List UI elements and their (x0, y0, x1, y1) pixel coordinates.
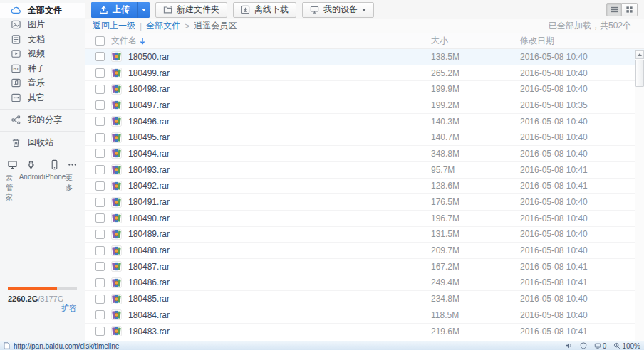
table-row[interactable]: 180483.rar 219.6M 2016-05-08 10:41 (85, 324, 644, 340)
more-button[interactable]: 更多 (66, 159, 79, 203)
table-row[interactable]: 180493.rar 95.7M 2016-05-08 10:41 (85, 162, 644, 179)
row-checkbox[interactable] (95, 295, 105, 304)
speaker-icon[interactable] (566, 342, 573, 349)
file-name-link[interactable]: 180484.rar (128, 310, 170, 320)
row-checkbox[interactable] (95, 68, 105, 78)
popup-blocker-indicator[interactable]: 0 (594, 342, 607, 350)
row-checkbox[interactable] (95, 310, 105, 319)
rar-file-icon (111, 132, 122, 143)
breadcrumb-root-link[interactable]: 全部文件 (146, 20, 180, 32)
table-row[interactable]: 180498.rar 199.9M 2016-05-08 10:40 (85, 81, 644, 97)
table-row[interactable]: 180486.rar 249.4M 2016-05-08 10:41 (85, 275, 644, 292)
grid-view-button[interactable] (622, 3, 638, 16)
file-name-link[interactable]: 180494.rar (128, 149, 170, 159)
row-checkbox[interactable] (95, 100, 105, 110)
row-checkbox[interactable] (95, 278, 105, 287)
file-name-link[interactable]: 180483.rar (128, 327, 170, 336)
zoom-control[interactable]: 100% (613, 342, 640, 350)
table-row[interactable]: 180494.rar 348.8M 2016-05-08 10:40 (85, 146, 644, 162)
file-name-link[interactable]: 180499.rar (128, 68, 170, 78)
row-checkbox[interactable] (95, 213, 105, 223)
sidebar-item-label: 音乐 (28, 77, 45, 89)
iphone-button[interactable]: iPhone (43, 159, 66, 203)
row-checkbox[interactable] (95, 327, 105, 336)
android-button[interactable]: Android (19, 159, 43, 203)
row-checkbox[interactable] (95, 85, 105, 94)
table-row[interactable]: 180490.rar 196.7M 2016-05-08 10:40 (85, 211, 644, 227)
file-name-link[interactable]: 180487.rar (128, 262, 170, 272)
file-name-link[interactable]: 180491.rar (128, 197, 170, 207)
back-link[interactable]: 返回上一级 (93, 20, 135, 32)
table-row[interactable]: 180488.rar 209.7M 2016-05-08 10:40 (85, 243, 644, 259)
upload-dropdown-button[interactable] (137, 2, 150, 18)
table-row[interactable]: 180497.rar 199.2M 2016-05-08 10:35 (85, 97, 644, 114)
list-scrollbar[interactable] (635, 50, 644, 341)
scroll-up-button[interactable] (635, 50, 644, 59)
expand-storage-link[interactable]: 扩容 (61, 303, 77, 314)
table-row[interactable]: 180484.rar 118.5M 2016-05-08 10:40 (85, 307, 644, 324)
table-row[interactable]: 180491.rar 176.5M 2016-05-08 10:40 (85, 194, 644, 211)
file-name-link[interactable]: 180500.rar (128, 52, 170, 62)
table-row[interactable]: 180487.rar 167.2M 2016-05-08 10:41 (85, 259, 644, 275)
row-checkbox[interactable] (95, 149, 105, 158)
file-date: 2016-05-08 10:40 (520, 84, 634, 94)
security-shield-icon[interactable] (580, 342, 587, 349)
file-name-link[interactable]: 180493.rar (128, 165, 170, 175)
file-name-link[interactable]: 180492.rar (128, 181, 170, 191)
table-row[interactable]: 180496.rar 140.3M 2016-05-08 10:40 (85, 114, 644, 130)
file-name-link[interactable]: 180498.rar (128, 84, 170, 94)
file-name-link[interactable]: 180486.rar (128, 277, 170, 287)
file-name-link[interactable]: 180485.rar (128, 294, 170, 304)
row-checkbox[interactable] (95, 165, 105, 174)
sidebar-item-documents[interactable]: 文档 (0, 32, 85, 47)
file-name-link[interactable]: 180489.rar (128, 229, 170, 239)
table-row[interactable]: 180492.rar 128.6M 2016-05-08 10:41 (85, 179, 644, 195)
file-name-link[interactable]: 180496.rar (128, 117, 170, 127)
device-label: iPhone (43, 173, 66, 181)
sidebar-item-my-shares[interactable]: 我的分享 (0, 113, 85, 128)
table-row[interactable]: 180495.rar 140.7M 2016-05-08 10:40 (85, 129, 644, 146)
my-device-button[interactable]: 我的设备 (302, 2, 374, 18)
row-checkbox[interactable] (95, 117, 105, 126)
rar-file-icon (111, 197, 122, 208)
table-row[interactable]: 180499.rar 265.2M 2016-05-08 10:40 (85, 65, 644, 82)
file-size: 249.4M (431, 277, 520, 287)
sidebar-item-torrents[interactable]: BT 种子 (0, 61, 85, 76)
row-checkbox[interactable] (95, 52, 105, 61)
table-row[interactable]: 180500.rar 138.5M 2016-05-08 10:40 (85, 49, 644, 65)
row-checkbox[interactable] (95, 181, 105, 191)
row-checkbox[interactable] (95, 246, 105, 255)
table-row[interactable]: 180489.rar 131.5M 2016-05-08 10:40 (85, 227, 644, 243)
row-checkbox[interactable] (95, 230, 105, 239)
file-name-link[interactable]: 180497.rar (128, 100, 170, 110)
rar-file-icon (111, 294, 122, 304)
file-name-link[interactable]: 180488.rar (128, 245, 170, 255)
column-header-date[interactable]: 修改日期 (520, 35, 634, 47)
sidebar-item-music[interactable]: 音乐 (0, 76, 85, 91)
sidebar-item-all-files[interactable]: 全部文件 (0, 3, 85, 18)
cloud-manager-button[interactable]: 云管家 (6, 159, 19, 203)
sort-desc-icon[interactable] (140, 38, 145, 45)
sidebar-item-recycle-bin[interactable]: 回收站 (0, 135, 85, 150)
file-name-link[interactable]: 180495.rar (128, 132, 170, 142)
row-checkbox[interactable] (95, 262, 105, 271)
upload-button[interactable]: 上传 (91, 2, 137, 18)
select-all-checkbox[interactable] (95, 36, 105, 46)
device-shortcuts: 云管家 Android iPhone 更多 (0, 150, 85, 203)
offline-download-button[interactable]: 离线下载 (233, 2, 296, 18)
new-folder-button[interactable]: 新建文件夹 (155, 2, 227, 18)
list-view-button[interactable] (606, 3, 622, 16)
sidebar-item-pictures[interactable]: 图片 (0, 18, 85, 33)
column-header-filename[interactable]: 文件名 (111, 35, 137, 47)
row-checkbox[interactable] (95, 133, 105, 142)
file-name-link[interactable]: 180490.rar (128, 213, 170, 223)
scrollbar-thumb[interactable] (635, 60, 644, 87)
table-row[interactable]: 180485.rar 234.8M 2016-05-08 10:40 (85, 291, 644, 307)
column-header-size[interactable]: 大小 (431, 35, 520, 47)
sidebar-item-videos[interactable]: 视频 (0, 47, 85, 62)
row-checkbox[interactable] (95, 198, 105, 207)
file-size: 118.5M (431, 310, 520, 320)
rar-file-icon (111, 277, 122, 288)
breadcrumb-current-folder: 逍遥会员区 (194, 20, 237, 32)
sidebar-item-others[interactable]: 其它 (0, 90, 85, 105)
